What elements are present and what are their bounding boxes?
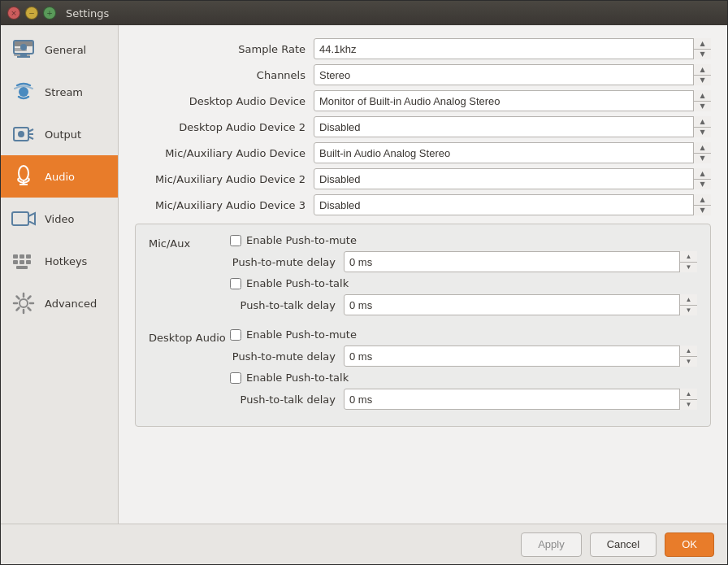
stream-icon	[11, 79, 37, 105]
mic-aux-select-wrapper: Built-in Audio Analog Stereo Disabled De…	[314, 142, 711, 163]
desktop-audio-section-content: Enable Push-to-mute Push-to-mute delay ▲…	[230, 328, 697, 415]
output-icon	[11, 121, 37, 147]
mic-aux-push-to-mute-delay-down[interactable]: ▼	[680, 263, 697, 273]
svg-point-9	[18, 131, 24, 137]
mic-aux-push-to-talk-checkbox[interactable]	[230, 278, 241, 289]
desktop-push-to-talk-delay-row: Push-to-talk delay ▲ ▼	[230, 389, 697, 410]
mic-aux2-row: Mic/Auxiliary Audio Device 2 Disabled De…	[135, 168, 711, 189]
mic-aux3-select[interactable]: Disabled Default	[314, 194, 711, 215]
mic-aux-push-to-mute-delay-row: Push-to-mute delay ▲ ▼	[230, 251, 697, 272]
mic-aux-push-to-mute-delay-arrows: ▲ ▼	[679, 251, 697, 272]
general-icon	[11, 37, 37, 63]
desktop-audio-select[interactable]: Monitor of Built-in Audio Analog Stereo …	[314, 90, 711, 111]
channels-label: Channels	[135, 69, 314, 81]
mic-aux-section-content: Enable Push-to-mute Push-to-mute delay ▲…	[230, 234, 697, 320]
svg-rect-22	[20, 260, 24, 264]
mic-aux-push-to-mute-label: Enable Push-to-mute	[246, 234, 357, 246]
mic-aux-push-to-mute-checkbox[interactable]	[230, 235, 241, 246]
window-title: Settings	[66, 7, 109, 20]
audio-icon	[11, 163, 37, 189]
cancel-button[interactable]: Cancel	[590, 532, 656, 557]
desktop-push-to-mute-label: Enable Push-to-mute	[246, 328, 357, 341]
desktop-push-to-talk-label: Enable Push-to-talk	[246, 372, 349, 384]
svg-rect-16	[12, 212, 28, 225]
sidebar-item-advanced-label: Advanced	[45, 298, 97, 310]
desktop-push-to-mute-checkbox[interactable]	[230, 329, 241, 341]
svg-rect-24	[16, 266, 28, 269]
mic-aux2-select-wrapper: Disabled Default ▲ ▼	[314, 168, 711, 189]
sidebar-item-hotkeys[interactable]: Hotkeys	[1, 240, 118, 282]
svg-rect-4	[20, 54, 27, 56]
svg-rect-5	[17, 56, 30, 58]
desktop-audio-section-title: Desktop Audio	[149, 328, 230, 415]
sidebar-item-audio[interactable]: Audio	[1, 155, 118, 198]
mic-aux-push-to-talk-delay-up[interactable]: ▲	[680, 294, 697, 306]
mic-aux-push-to-talk-label: Enable Push-to-talk	[246, 277, 349, 289]
titlebar: × − + Settings	[1, 1, 727, 25]
audio-sections-box: Mic/Aux Enable Push-to-mute Push-to-mute…	[135, 224, 711, 427]
sidebar-item-stream[interactable]: Stream	[1, 71, 118, 113]
desktop-push-to-talk-delay-spinbox: ▲ ▼	[344, 389, 697, 410]
maximize-button[interactable]: +	[43, 7, 56, 20]
desktop-push-to-talk-delay-up[interactable]: ▲	[680, 389, 697, 400]
mic-aux-push-to-mute-delay-up[interactable]: ▲	[680, 251, 697, 263]
advanced-icon	[11, 290, 37, 316]
svg-rect-18	[13, 254, 18, 259]
desktop-push-to-talk-delay-arrows: ▲ ▼	[679, 389, 697, 410]
sample-rate-select[interactable]: 44.1khz 48khz	[314, 38, 711, 59]
desktop-push-to-mute-delay-down[interactable]: ▼	[680, 357, 697, 367]
desktop-audio2-select-wrapper: Disabled Default ▲ ▼	[314, 116, 711, 137]
desktop-audio-label: Desktop Audio Device	[135, 95, 314, 107]
mic-aux-control: Built-in Audio Analog Stereo Disabled De…	[314, 142, 711, 163]
close-button[interactable]: ×	[7, 7, 20, 20]
desktop-push-to-mute-delay-input[interactable]	[344, 346, 697, 367]
mic-aux-push-to-mute-row: Enable Push-to-mute	[230, 234, 697, 246]
desktop-push-to-mute-delay-up[interactable]: ▲	[680, 346, 697, 357]
svg-rect-21	[13, 260, 18, 264]
video-icon	[11, 206, 37, 232]
mic-aux-push-to-talk-row: Enable Push-to-talk	[230, 277, 697, 289]
desktop-push-to-mute-delay-spinbox: ▲ ▼	[344, 346, 697, 367]
minimize-button[interactable]: −	[25, 7, 38, 20]
desktop-push-to-talk-delay-input[interactable]	[344, 389, 697, 410]
sidebar-item-advanced[interactable]: Advanced	[1, 282, 118, 324]
sidebar-item-general-label: General	[45, 44, 86, 56]
ok-button[interactable]: OK	[665, 532, 714, 557]
sidebar-item-video[interactable]: Video	[1, 198, 118, 240]
channels-control: Stereo Mono 5.1 7.1 ▲ ▼	[314, 64, 711, 85]
mic-aux2-control: Disabled Default ▲ ▼	[314, 168, 711, 189]
mic-aux-section: Mic/Aux Enable Push-to-mute Push-to-mute…	[149, 234, 697, 320]
mic-aux-push-to-talk-delay-arrows: ▲ ▼	[679, 294, 697, 315]
channels-select[interactable]: Stereo Mono 5.1 7.1	[314, 64, 711, 85]
desktop-audio2-select[interactable]: Disabled Default	[314, 116, 711, 137]
mic-aux-push-to-talk-delay-row: Push-to-talk delay ▲ ▼	[230, 294, 697, 315]
sample-rate-label: Sample Rate	[135, 43, 314, 55]
desktop-push-to-talk-delay-label: Push-to-talk delay	[230, 393, 344, 406]
content-area: General Stream	[1, 25, 727, 524]
sidebar-item-output[interactable]: Output	[1, 113, 118, 155]
desktop-audio-row: Desktop Audio Device Monitor of Built-in…	[135, 90, 711, 111]
mic-aux-section-title: Mic/Aux	[149, 234, 230, 320]
footer: Apply Cancel OK	[1, 524, 727, 564]
mic-aux-push-to-talk-delay-down[interactable]: ▼	[680, 306, 697, 316]
sidebar-item-general[interactable]: General	[1, 28, 118, 71]
desktop-push-to-talk-checkbox[interactable]	[230, 372, 241, 384]
desktop-audio-control: Monitor of Built-in Audio Analog Stereo …	[314, 90, 711, 111]
mic-aux-select[interactable]: Built-in Audio Analog Stereo Disabled De…	[314, 142, 711, 163]
sample-rate-select-wrapper: 44.1khz 48khz ▲ ▼	[314, 38, 711, 59]
desktop-push-to-talk-delay-down[interactable]: ▼	[680, 400, 697, 411]
sidebar-item-audio-label: Audio	[45, 171, 75, 183]
channels-select-wrapper: Stereo Mono 5.1 7.1 ▲ ▼	[314, 64, 711, 85]
mic-aux-push-to-mute-delay-spinbox: ▲ ▼	[344, 251, 697, 272]
mic-aux-label: Mic/Auxiliary Audio Device	[135, 147, 314, 159]
mic-aux2-select[interactable]: Disabled Default	[314, 168, 711, 189]
apply-button[interactable]: Apply	[521, 532, 582, 557]
mic-aux-push-to-mute-delay-label: Push-to-mute delay	[230, 256, 344, 268]
mic-aux-push-to-mute-delay-input[interactable]	[344, 251, 697, 272]
svg-rect-23	[26, 260, 31, 264]
mic-aux-push-to-talk-delay-input[interactable]	[344, 294, 697, 315]
mic-aux-push-to-talk-delay-label: Push-to-talk delay	[230, 299, 344, 311]
sidebar-item-video-label: Video	[45, 213, 74, 225]
mic-aux2-label: Mic/Auxiliary Audio Device 2	[135, 173, 314, 185]
desktop-audio-select-wrapper: Monitor of Built-in Audio Analog Stereo …	[314, 90, 711, 111]
